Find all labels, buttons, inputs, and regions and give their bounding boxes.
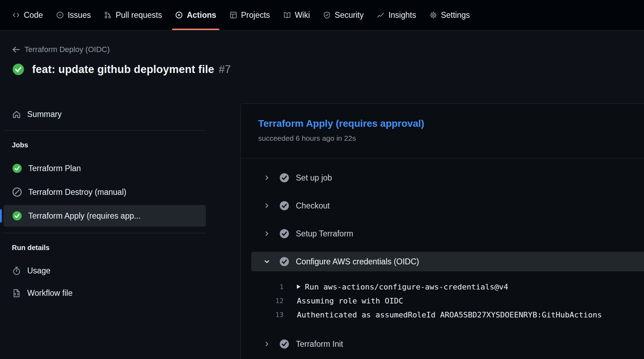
sidebar-job-terraform-destroy[interactable]: Terraform Destroy (manual) — [3, 181, 206, 203]
job-log-panel: Terraform Apply (requires approval) succ… — [240, 103, 644, 359]
chevron-right-icon — [263, 230, 271, 237]
book-icon — [283, 11, 291, 19]
step-success-icon — [279, 228, 290, 239]
sidebar-item-summary-label: Summary — [27, 110, 61, 119]
sidebar-item-workflow-file-label: Workflow file — [27, 288, 73, 298]
nav-tab-actions-label: Actions — [187, 10, 216, 20]
step-label: Setup Terraform — [296, 229, 353, 239]
run-header: Terraform Deploy (OIDC) feat: update git… — [0, 30, 644, 76]
step-success-icon — [279, 200, 290, 211]
sidebar-divider — [3, 233, 206, 233]
shield-icon — [323, 11, 331, 19]
skipped-icon — [12, 187, 22, 197]
log-line-number[interactable]: 12 — [251, 296, 284, 305]
chevron-right-icon — [263, 202, 271, 210]
jobs-list: Terraform Plan Terraform Destroy (manual… — [3, 157, 206, 227]
nav-tab-security[interactable]: Security — [316, 0, 370, 30]
sidebar-job-terraform-plan[interactable]: Terraform Plan — [3, 157, 206, 179]
success-check-icon — [12, 211, 22, 221]
run-number: #7 — [219, 63, 231, 76]
issue-opened-icon — [56, 11, 64, 19]
step-success-icon — [279, 339, 290, 349]
step-success-icon — [279, 256, 290, 267]
repo-tab-nav: Code Issues Pull requests Actions Projec… — [0, 0, 644, 30]
nav-tab-projects[interactable]: Projects — [223, 0, 277, 30]
sidebar-item-usage-label: Usage — [27, 266, 50, 276]
workflow-name: Terraform Deploy (OIDC) — [24, 45, 110, 54]
log-line: 12 Assuming role with OIDC — [251, 294, 644, 308]
sidebar-item-usage[interactable]: Usage — [3, 261, 206, 280]
step-success-icon — [279, 173, 290, 183]
log-line-number[interactable]: 1 — [251, 283, 284, 291]
chevron-right-icon — [263, 174, 271, 182]
nav-tab-settings-label: Settings — [441, 10, 470, 20]
nav-tab-insights[interactable]: Insights — [370, 0, 422, 30]
job-status-line: succeeded 6 hours ago in 22s — [258, 134, 627, 143]
run-title: feat: update github deployment file — [32, 63, 214, 76]
run-details-list: Usage Workflow file — [3, 261, 206, 303]
log-line: 13 Authenticated as assumedRoleId AROA5S… — [251, 308, 644, 322]
log-panel-header: Terraform Apply (requires approval) succ… — [241, 104, 644, 159]
log-line-text: Run aws-actions/configure-aws-credential… — [297, 283, 508, 291]
chevron-right-icon — [263, 340, 271, 348]
play-icon — [175, 11, 183, 19]
run-title-row: feat: update github deployment file #7 — [12, 63, 644, 76]
stopwatch-icon — [12, 266, 21, 276]
nav-tab-issues[interactable]: Issues — [50, 0, 97, 30]
nav-tab-wiki-label: Wiki — [295, 10, 310, 20]
step-label: Checkout — [296, 201, 330, 211]
run-details-section-header: Run details — [3, 244, 206, 252]
jobs-section-header: Jobs — [3, 141, 206, 149]
sidebar-job-label: Terraform Plan — [28, 164, 81, 173]
graph-icon — [377, 11, 384, 19]
workflow-file-icon — [12, 288, 21, 298]
table-icon — [230, 11, 237, 19]
step-checkout[interactable]: Checkout — [251, 196, 644, 215]
nav-tab-pull-requests[interactable]: Pull requests — [97, 0, 169, 30]
nav-tab-actions[interactable]: Actions — [169, 0, 223, 30]
step-setup-terraform[interactable]: Setup Terraform — [251, 224, 644, 243]
arrow-left-icon — [12, 45, 20, 54]
code-icon — [12, 11, 20, 19]
step-terraform-init[interactable]: Terraform Init — [251, 334, 644, 354]
selected-job-indicator — [0, 209, 2, 222]
content: Summary Jobs Terraform Plan Terraform De… — [0, 76, 644, 359]
step-set-up-job[interactable]: Set up job — [251, 168, 644, 188]
step-log-output: 1 Run aws-actions/configure-aws-credenti… — [251, 280, 644, 322]
steps-list: Set up job Checkout Setup Terraform — [241, 159, 644, 354]
sidebar-item-summary[interactable]: Summary — [3, 104, 206, 124]
home-icon — [12, 110, 21, 119]
nav-tab-settings[interactable]: Settings — [423, 0, 477, 30]
sidebar-item-workflow-file[interactable]: Workflow file — [3, 283, 206, 303]
git-pull-request-icon — [104, 11, 112, 19]
sidebar-job-label: Terraform Apply (requires app... — [28, 211, 141, 221]
nav-tab-projects-label: Projects — [241, 10, 270, 20]
job-title-link[interactable]: Terraform Apply (requires approval) — [258, 118, 627, 130]
log-line-number[interactable]: 13 — [251, 310, 284, 319]
active-tab-underline — [172, 29, 219, 30]
sidebar-divider — [3, 130, 206, 131]
step-label: Configure AWS credentials (OIDC) — [296, 257, 419, 266]
sidebar-job-label: Terraform Destroy (manual) — [28, 188, 126, 197]
run-success-icon — [12, 63, 25, 76]
nav-tab-code[interactable]: Code — [6, 0, 50, 30]
log-line: 1 Run aws-actions/configure-aws-credenti… — [251, 280, 644, 294]
nav-tab-pull-requests-label: Pull requests — [115, 10, 162, 20]
log-line-text: Authenticated as assumedRoleId AROA5SBD2… — [297, 310, 602, 319]
chevron-down-icon — [263, 258, 271, 265]
nav-tab-wiki[interactable]: Wiki — [277, 0, 316, 30]
nav-tab-security-label: Security — [335, 10, 364, 20]
gear-icon — [429, 11, 437, 19]
back-link[interactable]: Terraform Deploy (OIDC) — [12, 45, 110, 54]
step-label: Terraform Init — [296, 339, 343, 349]
step-configure-aws-credentials[interactable]: Configure AWS credentials (OIDC) — [251, 252, 644, 271]
log-group-toggle-icon[interactable] — [297, 285, 300, 289]
nav-tab-issues-label: Issues — [68, 10, 91, 20]
run-sidebar: Summary Jobs Terraform Plan Terraform De… — [0, 76, 215, 303]
sidebar-job-terraform-apply[interactable]: Terraform Apply (requires app... — [3, 205, 206, 227]
step-label: Set up job — [296, 173, 332, 183]
nav-tab-code-label: Code — [24, 10, 43, 20]
log-line-text: Assuming role with OIDC — [297, 296, 403, 305]
success-check-icon — [12, 163, 22, 174]
nav-tab-insights-label: Insights — [388, 10, 416, 20]
